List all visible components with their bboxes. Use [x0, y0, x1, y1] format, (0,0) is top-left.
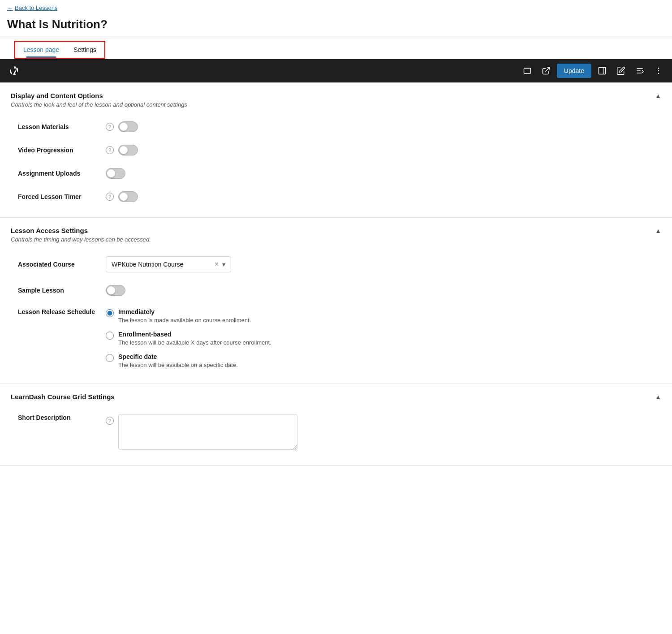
lesson-materials-help-icon[interactable]: ?	[106, 123, 114, 131]
update-button[interactable]: Update	[557, 64, 591, 78]
release-enrollment-desc: The lesson will be available X days afte…	[118, 339, 271, 346]
forced-lesson-timer-label: Forced Lesson Timer	[18, 193, 99, 200]
lesson-access-collapse[interactable]: ▲	[655, 227, 661, 234]
short-description-row: Short Description ?	[11, 408, 661, 456]
release-schedule-label: Lesson Release Schedule	[18, 308, 99, 315]
video-progression-help-icon[interactable]: ?	[106, 146, 114, 154]
associated-course-arrow-icon: ▾	[222, 261, 225, 268]
tab-settings[interactable]: Settings	[66, 42, 103, 58]
associated-course-dropdown[interactable]: WPKube Nutrition Course × ▾	[106, 256, 231, 272]
release-specific-date-desc: The lesson will be available on a specif…	[118, 362, 238, 368]
display-content-collapse[interactable]: ▲	[655, 92, 661, 99]
sidebar-toggle-button[interactable]	[594, 64, 610, 78]
structure-icon-button[interactable]	[632, 64, 648, 78]
external-link-icon-button[interactable]	[538, 64, 554, 78]
back-arrow-icon: ←	[7, 4, 13, 11]
video-progression-toggle[interactable]	[118, 145, 138, 155]
sample-lesson-label: Sample Lesson	[18, 287, 99, 294]
forced-lesson-timer-toggle[interactable]	[118, 191, 138, 202]
associated-course-value: WPKube Nutrition Course	[112, 261, 211, 268]
course-grid-section: LearnDash Course Grid Settings ▲ Short D…	[0, 384, 672, 466]
display-content-subtitle: Controls the look and feel of the lesson…	[11, 101, 661, 108]
sample-lesson-row: Sample Lesson	[11, 279, 661, 302]
release-enrollment-label: Enrollment-based	[118, 331, 271, 338]
release-immediately-label: Immediately	[118, 308, 251, 315]
release-specific-date-option: Specific date The lesson will be availab…	[106, 353, 271, 368]
svg-line-8	[642, 72, 643, 73]
release-specific-date-radio[interactable]	[106, 354, 114, 362]
course-grid-collapse[interactable]: ▲	[655, 393, 661, 401]
release-immediately-option: Immediately The lesson is made available…	[106, 308, 271, 323]
edit-icon-button[interactable]	[613, 64, 629, 78]
release-specific-date-label: Specific date	[118, 353, 238, 360]
display-content-section: Display and Content Options ▲ Controls t…	[0, 83, 672, 218]
lesson-access-title: Lesson Access Settings	[11, 227, 88, 234]
back-to-lessons-link[interactable]: ← Back to Lessons	[0, 0, 65, 16]
svg-rect-2	[599, 68, 606, 74]
lesson-materials-row: Lesson Materials ?	[11, 115, 661, 138]
tabs-container: Lesson page Settings	[14, 41, 105, 59]
svg-rect-0	[524, 68, 530, 73]
short-description-help-icon[interactable]: ?	[106, 417, 114, 425]
release-enrollment-option: Enrollment-based The lesson will be avai…	[106, 331, 271, 346]
release-immediately-radio[interactable]	[106, 309, 114, 317]
more-options-button[interactable]	[650, 64, 667, 78]
assignment-uploads-toggle[interactable]	[106, 168, 125, 179]
sample-lesson-toggle[interactable]	[106, 285, 125, 296]
forced-lesson-timer-row: Forced Lesson Timer ?	[11, 185, 661, 208]
short-description-label: Short Description	[18, 414, 99, 421]
course-grid-title: LearnDash Course Grid Settings	[11, 393, 115, 401]
assignment-uploads-label: Assignment Uploads	[18, 170, 99, 177]
svg-point-9	[658, 68, 659, 69]
release-immediately-desc: The lesson is made available on course e…	[118, 317, 251, 323]
lesson-materials-label: Lesson Materials	[18, 123, 99, 130]
associated-course-clear-icon[interactable]: ×	[215, 260, 219, 268]
svg-point-10	[658, 70, 659, 72]
release-enrollment-radio[interactable]	[106, 332, 114, 340]
video-progression-row: Video Progression ?	[11, 138, 661, 162]
editor-toolbar: Update	[0, 59, 672, 83]
svg-point-11	[658, 73, 659, 74]
view-icon-button[interactable]	[519, 64, 535, 78]
display-content-title: Display and Content Options	[11, 92, 103, 99]
svg-line-7	[642, 70, 643, 71]
short-description-textarea[interactable]	[118, 414, 297, 450]
lesson-access-section: Lesson Access Settings ▲ Controls the ti…	[0, 218, 672, 384]
forced-lesson-timer-help-icon[interactable]: ?	[106, 193, 114, 201]
release-schedule-options: Immediately The lesson is made available…	[106, 308, 271, 368]
main-content: Display and Content Options ▲ Controls t…	[0, 83, 672, 466]
lesson-access-subtitle: Controls the timing and way lessons can …	[11, 236, 661, 243]
svg-line-1	[545, 68, 549, 72]
video-progression-label: Video Progression	[18, 147, 99, 154]
associated-course-label: Associated Course	[18, 261, 99, 268]
wp-logo	[5, 62, 23, 80]
associated-course-row: Associated Course WPKube Nutrition Cours…	[11, 250, 661, 279]
assignment-uploads-row: Assignment Uploads	[11, 162, 661, 185]
release-schedule-row: Lesson Release Schedule Immediately The …	[11, 302, 661, 375]
page-title: What Is Nutrition?	[0, 16, 672, 37]
lesson-materials-toggle[interactable]	[118, 121, 138, 132]
tab-lesson-page[interactable]: Lesson page	[16, 42, 66, 58]
